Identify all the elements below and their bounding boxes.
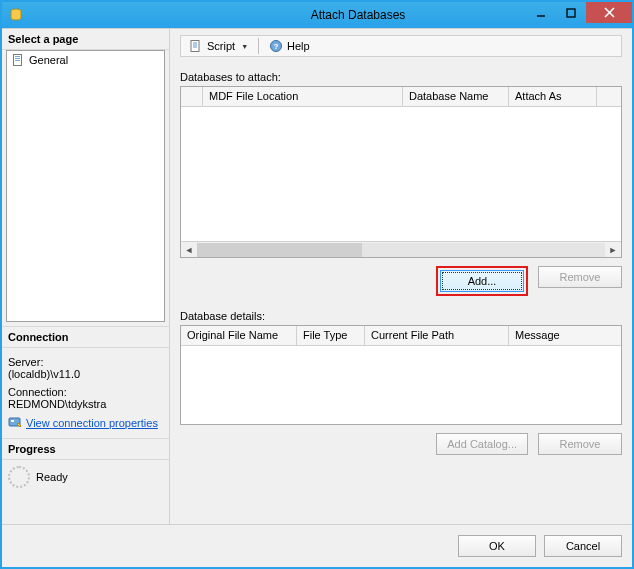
attach-databases-window: Attach Databases Select a page General C…	[2, 2, 632, 567]
grid-body[interactable]	[181, 346, 621, 424]
progress-spinner-icon	[8, 466, 30, 488]
page-item-label: General	[29, 54, 68, 66]
grid-header-row: Original File Name File Type Current Fil…	[181, 326, 621, 346]
right-pane: Script ▼ ? Help Databases to attach: MDF…	[170, 29, 632, 524]
script-button[interactable]: Script ▼	[185, 38, 252, 54]
svg-rect-2	[567, 9, 575, 17]
databases-to-attach-label: Databases to attach:	[180, 71, 622, 83]
maximize-button[interactable]	[556, 2, 586, 23]
view-connection-properties-link[interactable]: View connection properties	[8, 416, 158, 430]
script-icon	[189, 39, 203, 53]
help-label: Help	[287, 40, 310, 52]
help-icon: ?	[269, 39, 283, 53]
add-button[interactable]: Add...	[440, 270, 524, 292]
scroll-right-arrow-icon[interactable]: ►	[605, 243, 621, 257]
script-label: Script	[207, 40, 235, 52]
progress-status: Ready	[36, 471, 68, 483]
svg-rect-10	[11, 420, 14, 422]
progress-block: Ready	[2, 460, 169, 494]
connection-label: Connection:	[8, 386, 163, 398]
connection-header: Connection	[2, 326, 169, 348]
svg-rect-7	[15, 58, 20, 59]
toolbar-separator	[258, 38, 259, 54]
close-button[interactable]	[586, 2, 632, 23]
col-current-file-path[interactable]: Current File Path	[365, 326, 509, 345]
col-attach-as[interactable]: Attach As	[509, 87, 597, 106]
svg-text:?: ?	[274, 42, 279, 51]
database-icon	[8, 7, 24, 23]
svg-rect-8	[15, 60, 20, 61]
page-icon	[11, 53, 25, 67]
titlebar[interactable]: Attach Databases	[2, 2, 632, 28]
col-original-file-name[interactable]: Original File Name	[181, 326, 297, 345]
minimize-button[interactable]	[526, 2, 556, 23]
connection-value: REDMOND\tdykstra	[8, 398, 163, 410]
left-pane: Select a page General Connection Server:…	[2, 29, 170, 524]
grid-header-row: MDF File Location Database Name Attach A…	[181, 87, 621, 107]
remove-button: Remove	[538, 266, 622, 288]
select-page-header: Select a page	[2, 29, 169, 50]
scroll-track[interactable]	[197, 243, 605, 257]
page-item-general[interactable]: General	[7, 51, 164, 69]
svg-rect-11	[191, 41, 199, 52]
scroll-thumb[interactable]	[197, 243, 362, 257]
ok-button[interactable]: OK	[458, 535, 536, 557]
dialog-button-bar: OK Cancel	[2, 524, 632, 567]
database-details-grid[interactable]: Original File Name File Type Current Fil…	[180, 325, 622, 425]
svg-rect-6	[15, 56, 20, 57]
toolbar: Script ▼ ? Help	[180, 35, 622, 57]
page-list[interactable]: General	[6, 50, 165, 322]
databases-to-attach-grid[interactable]: MDF File Location Database Name Attach A…	[180, 86, 622, 258]
scroll-left-arrow-icon[interactable]: ◄	[181, 243, 197, 257]
row-header-corner	[181, 87, 203, 106]
col-database-name[interactable]: Database Name	[403, 87, 509, 106]
col-file-type[interactable]: File Type	[297, 326, 365, 345]
highlight-box: Add...	[436, 266, 528, 296]
horizontal-scrollbar[interactable]: ◄ ►	[181, 241, 621, 257]
col-message[interactable]: Message	[509, 326, 621, 345]
view-connection-properties-label: View connection properties	[26, 417, 158, 429]
remove-details-button: Remove	[538, 433, 622, 455]
database-details-label: Database details:	[180, 310, 622, 322]
dropdown-arrow-icon: ▼	[241, 43, 248, 50]
col-mdf-location[interactable]: MDF File Location	[203, 87, 403, 106]
connection-block: Server: (localdb)\v11.0 Connection: REDM…	[2, 348, 169, 438]
help-button[interactable]: ? Help	[265, 38, 314, 54]
grid-body[interactable]	[181, 107, 621, 241]
add-catalog-button: Add Catalog...	[436, 433, 528, 455]
connection-props-icon	[8, 416, 22, 430]
server-label: Server:	[8, 356, 163, 368]
cancel-button[interactable]: Cancel	[544, 535, 622, 557]
col-overflow[interactable]	[597, 87, 621, 106]
server-value: (localdb)\v11.0	[8, 368, 163, 380]
progress-header: Progress	[2, 438, 169, 460]
